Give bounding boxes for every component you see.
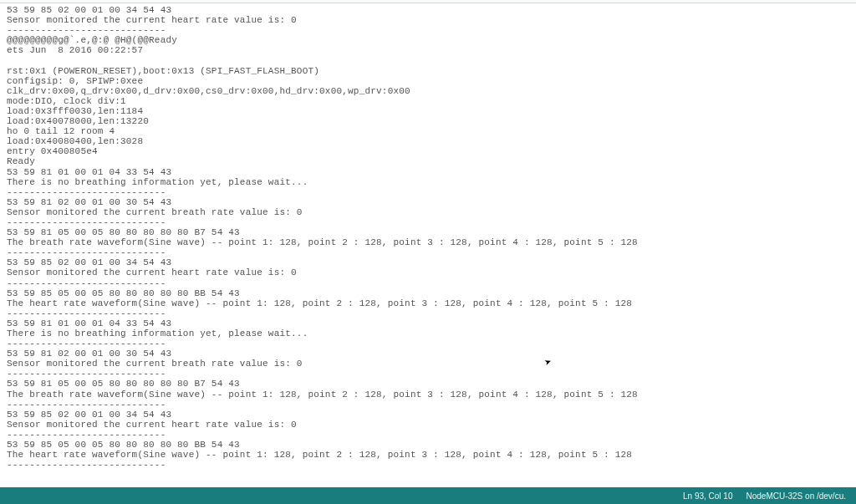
top-border [0, 0, 856, 3]
serial-monitor-output[interactable]: 53 59 85 02 00 01 00 34 54 43 Sensor mon… [7, 5, 849, 484]
status-bar: Ln 93, Col 10 NodeMCU-32S on /dev/cu. [0, 487, 856, 504]
device-info: NodeMCU-32S on /dev/cu. [739, 491, 853, 501]
cursor-position: Ln 93, Col 10 [676, 491, 740, 501]
